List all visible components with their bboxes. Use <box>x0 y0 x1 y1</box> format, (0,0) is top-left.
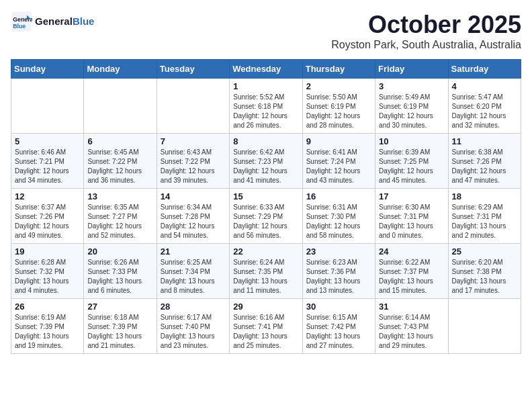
day-info: Sunrise: 5:52 AM Sunset: 6:18 PM Dayligh… <box>233 93 298 130</box>
day-number: 30 <box>306 302 371 312</box>
calendar-cell: 22Sunrise: 6:24 AM Sunset: 7:35 PM Dayli… <box>230 244 302 299</box>
day-info: Sunrise: 5:49 AM Sunset: 6:19 PM Dayligh… <box>379 93 444 130</box>
month-title: October 2025 <box>331 11 521 39</box>
day-info: Sunrise: 6:17 AM Sunset: 7:40 PM Dayligh… <box>161 313 226 351</box>
day-info: Sunrise: 6:22 AM Sunset: 7:37 PM Dayligh… <box>379 258 444 295</box>
calendar-cell: 6Sunrise: 6:45 AM Sunset: 7:22 PM Daylig… <box>84 134 157 189</box>
day-number: 19 <box>15 246 80 257</box>
col-header-wednesday: Wednesday <box>230 60 302 79</box>
day-number: 3 <box>379 81 444 91</box>
calendar-header-row: SundayMondayTuesdayWednesdayThursdayFrid… <box>11 60 521 79</box>
calendar-cell: 15Sunrise: 6:33 AM Sunset: 7:29 PM Dayli… <box>230 189 302 244</box>
calendar-cell: 1Sunrise: 5:52 AM Sunset: 6:18 PM Daylig… <box>230 79 302 134</box>
logo-text-blue: Blue <box>73 15 95 27</box>
day-info: Sunrise: 6:18 AM Sunset: 7:39 PM Dayligh… <box>87 313 152 351</box>
logo-text-general: General <box>35 15 73 27</box>
calendar-cell: 27Sunrise: 6:18 AM Sunset: 7:39 PM Dayli… <box>84 299 157 354</box>
day-info: Sunrise: 5:47 AM Sunset: 6:20 PM Dayligh… <box>452 93 517 130</box>
day-info: Sunrise: 6:35 AM Sunset: 7:27 PM Dayligh… <box>87 203 152 240</box>
calendar-cell: 3Sunrise: 5:49 AM Sunset: 6:19 PM Daylig… <box>375 79 448 134</box>
day-number: 17 <box>379 191 444 201</box>
calendar-cell: 5Sunrise: 6:46 AM Sunset: 7:21 PM Daylig… <box>11 134 84 189</box>
col-header-thursday: Thursday <box>302 60 375 79</box>
calendar-cell: 8Sunrise: 6:42 AM Sunset: 7:23 PM Daylig… <box>230 134 302 189</box>
day-info: Sunrise: 6:37 AM Sunset: 7:26 PM Dayligh… <box>15 203 80 240</box>
col-header-sunday: Sunday <box>11 60 84 79</box>
day-number: 10 <box>379 136 444 146</box>
day-info: Sunrise: 6:30 AM Sunset: 7:31 PM Dayligh… <box>379 203 444 240</box>
calendar-cell: 28Sunrise: 6:17 AM Sunset: 7:40 PM Dayli… <box>157 299 229 354</box>
day-number: 11 <box>452 136 517 146</box>
day-number: 7 <box>161 136 226 146</box>
day-info: Sunrise: 6:42 AM Sunset: 7:23 PM Dayligh… <box>233 148 298 185</box>
calendar-cell: 31Sunrise: 6:14 AM Sunset: 7:43 PM Dayli… <box>375 299 448 354</box>
calendar-cell: 29Sunrise: 6:16 AM Sunset: 7:41 PM Dayli… <box>230 299 302 354</box>
day-number: 28 <box>161 302 226 312</box>
day-info: Sunrise: 6:46 AM Sunset: 7:21 PM Dayligh… <box>15 148 80 185</box>
day-info: Sunrise: 5:50 AM Sunset: 6:19 PM Dayligh… <box>306 93 371 130</box>
day-info: Sunrise: 6:38 AM Sunset: 7:26 PM Dayligh… <box>452 148 517 185</box>
logo: General Blue GeneralBlue <box>11 11 94 32</box>
col-header-friday: Friday <box>375 60 448 79</box>
svg-text:General: General <box>13 16 32 23</box>
day-number: 18 <box>452 191 517 201</box>
day-number: 4 <box>452 81 517 91</box>
calendar-table: SundayMondayTuesdayWednesdayThursdayFrid… <box>11 59 521 354</box>
day-info: Sunrise: 6:34 AM Sunset: 7:28 PM Dayligh… <box>161 203 226 240</box>
day-info: Sunrise: 6:25 AM Sunset: 7:34 PM Dayligh… <box>161 258 226 295</box>
day-number: 5 <box>15 136 80 146</box>
calendar-cell <box>157 79 229 134</box>
calendar-cell <box>448 299 521 354</box>
calendar-cell: 11Sunrise: 6:38 AM Sunset: 7:26 PM Dayli… <box>448 134 521 189</box>
day-number: 29 <box>233 302 298 312</box>
day-info: Sunrise: 6:23 AM Sunset: 7:36 PM Dayligh… <box>306 258 371 295</box>
day-number: 24 <box>379 246 444 257</box>
day-info: Sunrise: 6:29 AM Sunset: 7:31 PM Dayligh… <box>452 203 517 240</box>
calendar-cell <box>11 79 84 134</box>
calendar-cell: 24Sunrise: 6:22 AM Sunset: 7:37 PM Dayli… <box>375 244 448 299</box>
day-number: 21 <box>161 246 226 257</box>
day-number: 6 <box>87 136 152 146</box>
calendar-week-row: 1Sunrise: 5:52 AM Sunset: 6:18 PM Daylig… <box>11 79 521 134</box>
calendar-cell: 16Sunrise: 6:31 AM Sunset: 7:30 PM Dayli… <box>302 189 375 244</box>
calendar-cell: 9Sunrise: 6:41 AM Sunset: 7:24 PM Daylig… <box>302 134 375 189</box>
calendar-cell: 7Sunrise: 6:43 AM Sunset: 7:22 PM Daylig… <box>157 134 229 189</box>
calendar-cell: 18Sunrise: 6:29 AM Sunset: 7:31 PM Dayli… <box>448 189 521 244</box>
day-number: 8 <box>233 136 298 146</box>
col-header-saturday: Saturday <box>448 60 521 79</box>
calendar-cell: 23Sunrise: 6:23 AM Sunset: 7:36 PM Dayli… <box>302 244 375 299</box>
day-number: 25 <box>452 246 517 257</box>
calendar-cell: 30Sunrise: 6:15 AM Sunset: 7:42 PM Dayli… <box>302 299 375 354</box>
day-number: 20 <box>87 246 152 257</box>
day-info: Sunrise: 6:20 AM Sunset: 7:38 PM Dayligh… <box>452 258 517 295</box>
calendar-cell <box>84 79 157 134</box>
day-number: 14 <box>161 191 226 201</box>
col-header-monday: Monday <box>84 60 157 79</box>
calendar-cell: 4Sunrise: 5:47 AM Sunset: 6:20 PM Daylig… <box>448 79 521 134</box>
day-info: Sunrise: 6:45 AM Sunset: 7:22 PM Dayligh… <box>87 148 152 185</box>
calendar-week-row: 19Sunrise: 6:28 AM Sunset: 7:32 PM Dayli… <box>11 244 521 299</box>
day-number: 31 <box>379 302 444 312</box>
calendar-cell: 12Sunrise: 6:37 AM Sunset: 7:26 PM Dayli… <box>11 189 84 244</box>
calendar-week-row: 5Sunrise: 6:46 AM Sunset: 7:21 PM Daylig… <box>11 134 521 189</box>
day-info: Sunrise: 6:19 AM Sunset: 7:39 PM Dayligh… <box>15 313 80 351</box>
day-info: Sunrise: 6:41 AM Sunset: 7:24 PM Dayligh… <box>306 148 371 185</box>
svg-text:Blue: Blue <box>13 23 26 30</box>
calendar-week-row: 26Sunrise: 6:19 AM Sunset: 7:39 PM Dayli… <box>11 299 521 354</box>
calendar-cell: 13Sunrise: 6:35 AM Sunset: 7:27 PM Dayli… <box>84 189 157 244</box>
calendar-week-row: 12Sunrise: 6:37 AM Sunset: 7:26 PM Dayli… <box>11 189 521 244</box>
day-number: 26 <box>15 302 80 312</box>
day-info: Sunrise: 6:43 AM Sunset: 7:22 PM Dayligh… <box>161 148 226 185</box>
day-info: Sunrise: 6:31 AM Sunset: 7:30 PM Dayligh… <box>306 203 371 240</box>
title-block: October 2025 Royston Park, South Austral… <box>331 11 521 51</box>
calendar-cell: 10Sunrise: 6:39 AM Sunset: 7:25 PM Dayli… <box>375 134 448 189</box>
location-title: Royston Park, South Australia, Australia <box>331 39 521 51</box>
day-number: 23 <box>306 246 371 257</box>
day-info: Sunrise: 6:15 AM Sunset: 7:42 PM Dayligh… <box>306 313 371 351</box>
day-number: 27 <box>87 302 152 312</box>
day-info: Sunrise: 6:24 AM Sunset: 7:35 PM Dayligh… <box>233 258 298 295</box>
logo-icon: General Blue <box>11 11 32 32</box>
day-number: 1 <box>233 81 298 91</box>
day-number: 15 <box>233 191 298 201</box>
calendar-cell: 14Sunrise: 6:34 AM Sunset: 7:28 PM Dayli… <box>157 189 229 244</box>
